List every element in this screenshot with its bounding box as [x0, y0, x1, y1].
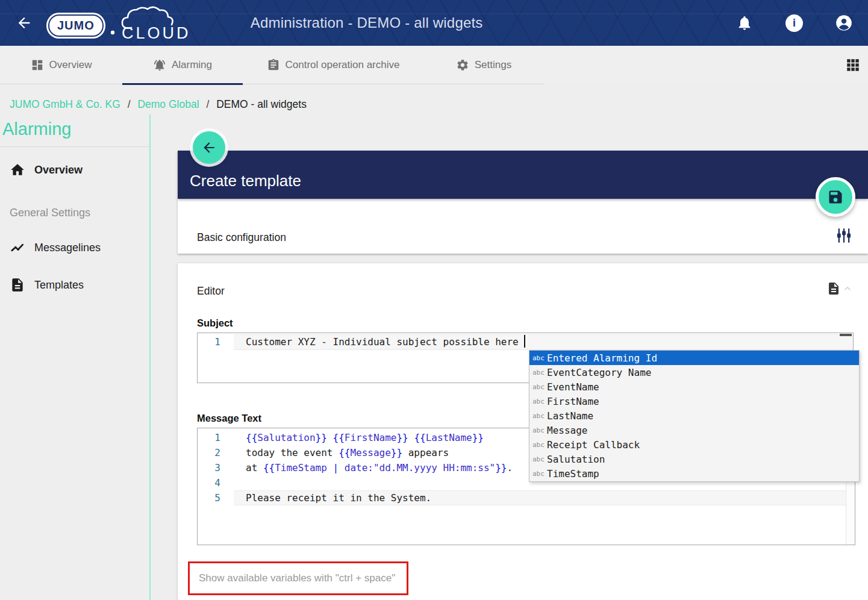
autocomplete-dropdown: abcEntered Alarming IdabcEventCategory N… [529, 350, 860, 482]
breadcrumb-link[interactable]: JUMO GmbH & Co. KG [10, 98, 120, 110]
sidebar-item-label: Overview [34, 164, 83, 177]
variables-hint-box: Show available variables with "ctrl + sp… [188, 561, 408, 595]
sliders-tune-icon[interactable] [835, 227, 852, 244]
breadcrumb-link[interactable]: Demo Global [137, 98, 199, 110]
cloud-logo: CLOUD [110, 6, 205, 43]
jumo-cloud-logo: JUMO CLOUD [48, 2, 205, 43]
autocomplete-item-label: TimeStamp [547, 468, 599, 480]
sidebar-item-label: Messagelines [34, 242, 101, 254]
abc-text-icon: abc [531, 427, 547, 434]
back-arrow-icon[interactable] [16, 14, 33, 31]
home-icon [10, 162, 25, 178]
tab-settings[interactable]: Settings [423, 46, 544, 84]
line-number: 3 [198, 460, 234, 475]
dashboard-icon [31, 58, 44, 72]
app-header: JUMO CLOUD Administration - DEMO - all w… [0, 0, 868, 46]
breadcrumb-separator: / [128, 98, 131, 110]
line-number: 5 [198, 490, 234, 505]
app-root: JUMO CLOUD Administration - DEMO - all w… [0, 0, 868, 600]
autocomplete-item-label: Receipt Callback [547, 439, 640, 451]
tab-alarming[interactable]: Alarming [122, 46, 243, 84]
breadcrumb: JUMO GmbH & Co. KG / Demo Global / DEMO … [10, 98, 307, 111]
back-fab-button[interactable] [193, 131, 225, 164]
autocomplete-item[interactable]: abcFirstName [529, 394, 859, 408]
line-number: 1 [198, 430, 234, 445]
document-icon [10, 277, 25, 293]
cloud-logo-text: CLOUD [122, 24, 191, 41]
clipboard-icon [267, 58, 280, 72]
sidebar-item-overview[interactable]: Overview [10, 160, 83, 180]
abc-text-icon: abc [531, 354, 547, 362]
line-number: 1 [198, 334, 234, 350]
sidebar-item-label: General Settings [10, 207, 90, 219]
autocomplete-item[interactable]: abcLastName [529, 408, 859, 423]
tab-label: Overview [49, 59, 92, 71]
code-content: Customer XYZ - Individual subject possib… [234, 334, 853, 350]
code-content: Please receipt it in the System. [234, 490, 855, 505]
notifications-bell-icon[interactable] [736, 14, 753, 31]
tab-strip: Overview Alarming Control operation arch… [0, 46, 544, 84]
editor-section-label: Editor [197, 285, 225, 298]
code-line[interactable]: 1Customer XYZ - Individual subject possi… [198, 334, 853, 350]
abc-text-icon: abc [531, 412, 547, 420]
abc-text-icon: abc [531, 441, 547, 449]
account-icon[interactable] [835, 14, 852, 31]
tab-overview[interactable]: Overview [0, 46, 122, 84]
sidebar-item-general-settings[interactable]: General Settings [10, 203, 90, 222]
tab-label: Alarming [172, 59, 212, 71]
autocomplete-item[interactable]: abcEntered Alarming Id [529, 351, 859, 365]
tab-control-operation-archive[interactable]: Control operation archive [243, 46, 423, 84]
sidebar-title: Alarming [0, 114, 149, 147]
autocomplete-item[interactable]: abcMessage [529, 423, 859, 438]
tab-label: Control operation archive [286, 59, 400, 71]
autocomplete-item[interactable]: abcReceipt Callback [529, 438, 859, 452]
autocomplete-item[interactable]: abcSalutation [529, 452, 859, 467]
autocomplete-item-label: EventName [547, 381, 599, 393]
basic-configuration-card: Basic configuration [178, 199, 868, 254]
jumo-logo-pill: JUMO [48, 14, 104, 37]
editor-card: Editor Subject 1Customer XYZ - Individua… [178, 263, 868, 600]
message-text-label: Message Text [197, 413, 261, 424]
page-title: Create template [190, 172, 301, 190]
text-cursor [524, 335, 525, 348]
arrow-left-icon [201, 140, 217, 155]
line-chart-icon [10, 240, 25, 255]
document-icon [826, 281, 841, 296]
alarm-bell-icon [153, 58, 166, 72]
autocomplete-item-label: Salutation [547, 454, 605, 465]
breadcrumb-current: DEMO - all widgets [216, 98, 307, 110]
abc-text-icon: abc [531, 455, 547, 463]
sidebar-item-messagelines[interactable]: Messagelines [10, 238, 101, 257]
autocomplete-item-label: Message [547, 425, 587, 436]
editor-collapse-control[interactable] [826, 281, 854, 296]
page-title-bar: Create template [178, 151, 868, 199]
abc-text-icon: abc [531, 383, 547, 391]
autocomplete-item-label: EventCategory Name [547, 367, 651, 378]
breadcrumb-separator: / [206, 98, 209, 110]
line-number: 2 [198, 445, 234, 460]
sidebar: Alarming Overview General Settings Messa… [0, 114, 151, 600]
basic-configuration-label: Basic configuration [197, 231, 286, 244]
chevron-up-icon [841, 283, 854, 295]
variables-hint-text: Show available variables with "ctrl + sp… [199, 572, 395, 584]
scrollbar-thumb[interactable] [840, 334, 852, 336]
header-actions: i [736, 14, 852, 32]
autocomplete-item-label: FirstName [547, 396, 599, 407]
autocomplete-item[interactable]: abcEventCategory Name [529, 365, 859, 380]
apps-grid-icon[interactable] [845, 57, 861, 73]
save-fab-button[interactable] [816, 177, 855, 217]
subject-label: Subject [197, 317, 233, 329]
line-number: 4 [198, 475, 234, 490]
autocomplete-item-label: Entered Alarming Id [547, 352, 657, 364]
info-icon[interactable]: i [785, 14, 803, 32]
abc-text-icon: abc [531, 369, 547, 377]
code-line[interactable]: 5Please receipt it in the System. [198, 490, 855, 505]
sidebar-item-label: Templates [34, 279, 84, 292]
autocomplete-item-label: LastName [547, 410, 593, 422]
tab-bar: Overview Alarming Control operation arch… [0, 46, 868, 84]
tab-label: Settings [475, 59, 511, 71]
autocomplete-item[interactable]: abcTimeStamp [529, 467, 859, 481]
autocomplete-item[interactable]: abcEventName [529, 380, 859, 394]
abc-text-icon: abc [531, 470, 547, 478]
sidebar-item-templates[interactable]: Templates [10, 275, 84, 295]
